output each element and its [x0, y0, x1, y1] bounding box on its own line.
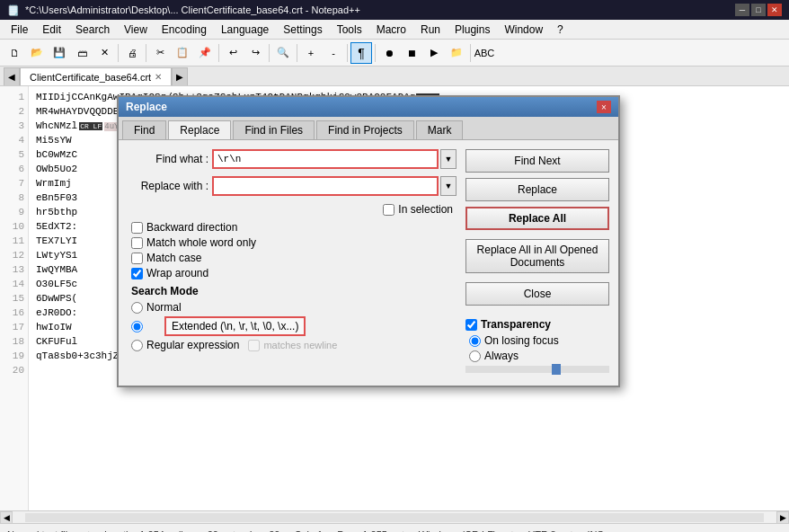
tab-scroll-left[interactable]: ◀ — [4, 67, 20, 85]
dialog-close-button[interactable]: × — [597, 101, 611, 113]
replace-dropdown-button[interactable]: ▼ — [440, 176, 457, 196]
match-case-label: Match case — [146, 252, 201, 264]
macro-save-button[interactable]: 📁 — [446, 42, 467, 64]
pilcrow-button[interactable]: ¶ — [350, 42, 372, 64]
tab-scroll-right[interactable]: ▶ — [172, 67, 188, 85]
copy-button[interactable]: 📋 — [172, 42, 193, 64]
dialog-title-text: Replace — [126, 101, 167, 113]
app-icon: 🗒️ — [7, 4, 20, 16]
find-dropdown-button[interactable]: ▼ — [440, 149, 457, 169]
transparency-checkbox[interactable] — [465, 319, 477, 331]
status-bar: Normal text file | length : 1,254 lines … — [0, 523, 789, 532]
toolbar-sep-4 — [269, 44, 270, 62]
transparency-group: Transparency On losing focus Always — [465, 318, 609, 377]
always-label: Always — [484, 350, 519, 362]
extended-radio[interactable] — [131, 321, 143, 332]
match-whole-word-row: Match whole word only — [128, 236, 457, 249]
close-button[interactable]: ✕ — [93, 42, 115, 64]
replace-all-button[interactable]: Replace All — [465, 207, 609, 230]
macro-play-button[interactable]: ▶ — [423, 42, 445, 64]
spellcheck-button[interactable]: ABC — [474, 42, 495, 64]
menu-file[interactable]: File — [4, 20, 35, 39]
backward-direction-checkbox[interactable] — [131, 222, 143, 234]
tab-replace[interactable]: Replace — [168, 120, 231, 139]
dialog-tab-bar: Find Replace Find in Files Find in Proje… — [119, 117, 618, 140]
menu-encoding[interactable]: Encoding — [155, 20, 214, 39]
match-whole-word-checkbox[interactable] — [131, 237, 143, 249]
tab-find-in-files[interactable]: Find in Files — [233, 120, 315, 139]
find-what-input[interactable] — [212, 149, 439, 169]
tab-close-icon[interactable]: ✕ — [155, 72, 162, 82]
redo-button[interactable]: ↪ — [244, 42, 266, 64]
normal-radio-row: Normal — [128, 301, 457, 314]
cut-button[interactable]: ✂ — [149, 42, 171, 64]
find-button[interactable]: 🔍 — [272, 42, 294, 64]
wrap-around-row: Wrap around — [128, 267, 457, 279]
replace-with-input[interactable] — [212, 176, 439, 196]
tab-find-in-projects[interactable]: Find in Projects — [316, 120, 414, 139]
find-input-wrap: ▼ — [212, 149, 457, 169]
tab-find[interactable]: Find — [122, 120, 166, 139]
new-button[interactable]: 🗋 — [4, 42, 25, 64]
in-selection-label: In selection — [383, 203, 453, 216]
on-losing-focus-label: On losing focus — [484, 334, 559, 347]
toolbar-sep-7 — [375, 44, 376, 62]
find-next-button[interactable]: Find Next — [465, 149, 609, 173]
save-button[interactable]: 💾 — [49, 42, 70, 64]
status-type: Normal text file — [7, 529, 73, 533]
menu-plugins[interactable]: Plugins — [448, 20, 497, 39]
replace-all-docs-button[interactable]: Replace All in All Opened Documents — [465, 239, 609, 273]
find-what-row: Find what : ▼ — [128, 149, 457, 169]
status-ln: Ln : 20 — [250, 529, 280, 533]
status-ins: INS — [587, 529, 603, 533]
in-selection-checkbox[interactable] — [383, 204, 394, 216]
scroll-right-button[interactable]: ▶ — [776, 511, 789, 524]
close-button[interactable]: ✕ — [767, 4, 782, 16]
menu-language[interactable]: Language — [214, 20, 276, 39]
normal-radio[interactable] — [131, 302, 143, 314]
menu-help[interactable]: ? — [550, 20, 571, 39]
scroll-left-button[interactable]: ◀ — [0, 511, 13, 524]
minimize-button[interactable]: ─ — [735, 4, 749, 16]
scrollbar-track[interactable] — [25, 513, 764, 522]
menu-run[interactable]: Run — [413, 20, 448, 39]
undo-button[interactable]: ↩ — [222, 42, 244, 64]
macro-stop-button[interactable]: ⏹ — [401, 42, 422, 64]
tab-mark[interactable]: Mark — [416, 120, 464, 139]
transparency-thumb — [552, 364, 561, 375]
horizontal-scrollbar[interactable]: ◀ ▶ — [0, 510, 789, 523]
backward-direction-label: Backward direction — [146, 221, 237, 234]
replace-dialog[interactable]: Replace × Find Replace Find in Files Fin… — [117, 95, 620, 387]
wrap-around-checkbox[interactable] — [131, 268, 143, 279]
replace-button[interactable]: Replace — [465, 178, 609, 201]
menu-edit[interactable]: Edit — [35, 20, 68, 39]
always-radio[interactable] — [469, 350, 481, 362]
matches-newline-checkbox[interactable] — [248, 340, 260, 351]
close-dialog-button[interactable]: Close — [465, 282, 609, 306]
transparency-slider[interactable] — [465, 366, 609, 373]
match-case-checkbox[interactable] — [131, 253, 143, 264]
menu-window[interactable]: Window — [497, 20, 550, 39]
regex-radio[interactable] — [131, 340, 143, 351]
macro-record-button[interactable]: ⏺ — [378, 42, 400, 64]
paste-button[interactable]: 📌 — [194, 42, 216, 64]
on-losing-focus-radio[interactable] — [469, 335, 481, 347]
editor-area: 12345 678910 1112131415 1617181920 MIIDi… — [0, 86, 789, 510]
tab-certificate[interactable]: ClientCertificate_base64.crt ✕ — [20, 67, 172, 85]
replace-with-row: Replace with : ▼ — [128, 176, 457, 196]
zoom-out-button[interactable]: - — [323, 42, 344, 64]
maximize-button[interactable]: □ — [751, 4, 766, 16]
extended-label: Extended (\n, \r, \t, \0, \x...) — [172, 320, 298, 332]
regex-radio-row: Regular expression matches newline — [128, 339, 457, 351]
menu-macro[interactable]: Macro — [369, 20, 413, 39]
toolbar-sep-6 — [347, 44, 348, 62]
save-all-button[interactable]: 🗃 — [71, 42, 93, 64]
open-button[interactable]: 📂 — [26, 42, 48, 64]
menu-tools[interactable]: Tools — [330, 20, 369, 39]
window-title: *C:\Users\Administrator\Desktop\... Clie… — [25, 4, 360, 15]
zoom-in-button[interactable]: + — [300, 42, 322, 64]
print-button[interactable]: 🖨 — [121, 42, 143, 64]
menu-search[interactable]: Search — [68, 20, 117, 39]
menu-view[interactable]: View — [117, 20, 155, 39]
menu-settings[interactable]: Settings — [276, 20, 329, 39]
